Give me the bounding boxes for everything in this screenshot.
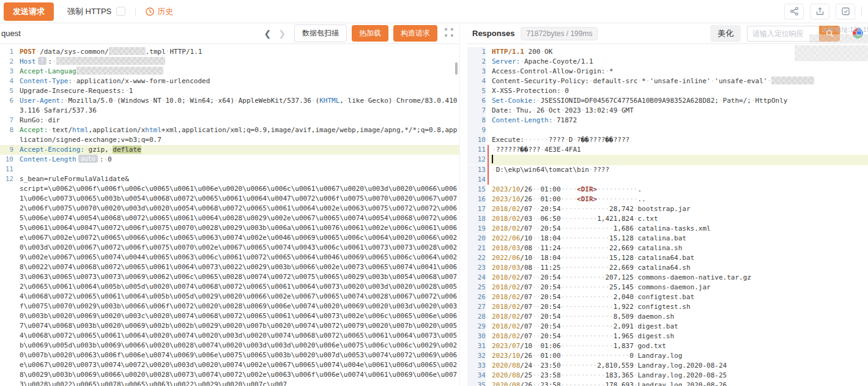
check-square-icon bbox=[841, 7, 850, 16]
line-number: 31 bbox=[467, 341, 486, 351]
code-line-9: 9 bbox=[467, 125, 868, 135]
code-line-11: 11·??????��???·4E3E-4FA1 bbox=[467, 145, 868, 155]
beautify-button[interactable]: 美化 bbox=[710, 25, 741, 42]
request-scrollbar[interactable] bbox=[455, 62, 458, 75]
line-number: 5 bbox=[467, 86, 486, 96]
response-viewer[interactable]: 1HTTP/1.1·200·OK2Server:·Apache-Coyote/1… bbox=[467, 44, 868, 386]
response-panel: Responses 71872bytes / 199ms 美化 1HTTP/1.… bbox=[467, 23, 868, 386]
code-line-9: 9Accept-Encoding:·gzip,·deflate bbox=[0, 145, 459, 155]
line-number: 35 bbox=[467, 380, 486, 386]
code-line-23: 232018/03/08··11:25············22,669·ca… bbox=[467, 263, 868, 273]
line-number: 27 bbox=[467, 302, 486, 312]
history-next-button[interactable]: ❯ bbox=[275, 29, 289, 39]
search-input[interactable] bbox=[747, 26, 819, 42]
search-button[interactable] bbox=[819, 26, 840, 42]
line-number: 24 bbox=[467, 273, 486, 283]
history-button[interactable]: 历史 bbox=[146, 6, 173, 17]
code-line-22: 222022/06/10··18:04············15,128·ca… bbox=[467, 253, 868, 263]
code-line-24: 242018/02/07··20:54···········207,125·co… bbox=[467, 273, 868, 283]
line-number: 7 bbox=[467, 106, 486, 116]
line-number: 6 bbox=[0, 96, 13, 106]
line-number: 1 bbox=[0, 47, 13, 57]
line-number: 4 bbox=[467, 76, 486, 86]
line-number: 6 bbox=[467, 96, 486, 106]
send-request-button[interactable]: 发送请求 bbox=[4, 2, 54, 21]
open-in-browser-icon[interactable] bbox=[851, 27, 864, 40]
report-button[interactable] bbox=[836, 4, 855, 20]
code-line-3: 3Access-Control-Allow-Origin:·* bbox=[467, 67, 868, 76]
share-button[interactable] bbox=[784, 4, 804, 20]
line-number: 9 bbox=[467, 125, 486, 135]
line-number: 8 bbox=[467, 116, 486, 125]
expand-panel-button[interactable] bbox=[445, 28, 453, 39]
code-line-8: 8Accept:·text/html,application/xhtml+xml… bbox=[0, 125, 459, 145]
code-line-30: 302018/02/07··20:54·············1,965·di… bbox=[467, 332, 868, 341]
line-number: 4 bbox=[0, 76, 13, 86]
code-line-5: 5Upgrade-Insecure-Requests:·1 bbox=[0, 86, 459, 96]
line-number: 19 bbox=[467, 224, 486, 234]
export-icon bbox=[815, 7, 825, 16]
line-number: 21 bbox=[467, 243, 486, 253]
line-number: 33 bbox=[467, 361, 486, 371]
line-number: 32 bbox=[467, 351, 486, 361]
top-toolbar: 发送请求 强制 HTTPS 历史 bbox=[0, 0, 868, 23]
line-number: 29 bbox=[467, 322, 486, 332]
line-number: 14 bbox=[467, 175, 486, 185]
line-number: 5 bbox=[0, 86, 13, 96]
line-number: 3 bbox=[467, 67, 486, 76]
code-line-6: 6User-Agent:·Mozilla/5.0·(Windows·NT·10.… bbox=[0, 96, 459, 116]
code-line-20: 202022/06/10··18:04············15,128·ca… bbox=[467, 234, 868, 243]
line-number: 2 bbox=[0, 57, 13, 67]
code-line-6: 6Set-Cookie:·JSESSIONID=DF04567C47756A10… bbox=[467, 96, 868, 106]
code-line-35: 352020/08/26··23:58···········178,693·La… bbox=[467, 380, 868, 386]
construct-request-button[interactable]: 构造请求 bbox=[393, 25, 437, 42]
code-line-10: 10Content-Lengthauto:·0 bbox=[0, 155, 459, 165]
code-line-16: 162023/10/26··01:00····<DIR>··········.. bbox=[467, 195, 868, 204]
code-line-17: 172018/02/07··20:54············28,742·bo… bbox=[467, 204, 868, 214]
response-panel-title: Responses bbox=[472, 29, 514, 38]
code-line-18: 182018/02/03··06:50·········1,421,824·c.… bbox=[467, 214, 868, 224]
code-line-19: 192018/02/07··20:54·············1,686·ca… bbox=[467, 224, 868, 234]
request-editor[interactable]: 1POST·/data/sys-common/.tmpl·HTTP/1.12Ho… bbox=[0, 44, 459, 386]
code-line-7: 7Date:·Thu,·26·Oct·2023·13:02:49·GMT bbox=[467, 106, 868, 116]
request-panel-title: quest bbox=[1, 29, 21, 38]
line-number: 12 bbox=[0, 174, 13, 184]
line-number: 17 bbox=[467, 204, 486, 214]
response-panel-header: Responses 71872bytes / 199ms 美化 bbox=[467, 23, 868, 44]
line-marker bbox=[488, 125, 489, 135]
search-icon bbox=[826, 29, 834, 37]
line-number: 26 bbox=[467, 292, 486, 302]
code-line-31: 312023/07/10··01:06·············1,837·go… bbox=[467, 341, 868, 351]
code-line-1: 1HTTP/1.1·200·OK bbox=[467, 47, 868, 57]
code-line-26: 262018/02/07··20:54·············2,040·co… bbox=[467, 292, 868, 302]
line-number: 15 bbox=[467, 185, 486, 195]
code-line-14: 14 bbox=[467, 175, 868, 185]
hot-reload-button[interactable]: 热加载 bbox=[352, 25, 388, 42]
request-panel: quest ❮ ❯ 数据包扫描 热加载 构造请求 1POST·/data/sys… bbox=[0, 23, 460, 386]
line-number: 12 bbox=[467, 155, 486, 165]
line-number: 20 bbox=[467, 234, 486, 243]
panel-splitter[interactable] bbox=[460, 23, 467, 386]
fullscreen-icon bbox=[445, 28, 453, 37]
code-line-5: 5X-XSS-Protection:·0 bbox=[467, 86, 868, 96]
line-number: 1 bbox=[467, 47, 486, 57]
line-number: 11 bbox=[0, 165, 13, 174]
packet-scan-button[interactable]: 数据包扫描 bbox=[294, 24, 347, 42]
force-https-checkbox[interactable] bbox=[116, 7, 125, 16]
toolbar-divider bbox=[135, 7, 136, 16]
export-button[interactable] bbox=[810, 4, 829, 20]
line-number: 28 bbox=[467, 312, 486, 322]
line-number: 34 bbox=[467, 371, 486, 380]
line-number: 22 bbox=[467, 253, 486, 263]
response-meta-badge: 71872bytes / 199ms bbox=[521, 27, 598, 40]
code-line-34: 342020/08/25··23:58···········183,365·La… bbox=[467, 371, 868, 380]
history-prev-button[interactable]: ❮ bbox=[261, 29, 275, 39]
code-line-29: 292018/02/07··20:54·············2,091·di… bbox=[467, 322, 868, 332]
code-line-10: 10Execute:······????·D·?��????��???? bbox=[467, 135, 868, 145]
response-search bbox=[747, 26, 840, 42]
line-number: 16 bbox=[467, 195, 486, 204]
line-number: 2 bbox=[467, 57, 486, 67]
line-number: 13 bbox=[467, 165, 486, 175]
share-icon bbox=[790, 7, 799, 16]
line-number: 11 bbox=[467, 145, 486, 155]
